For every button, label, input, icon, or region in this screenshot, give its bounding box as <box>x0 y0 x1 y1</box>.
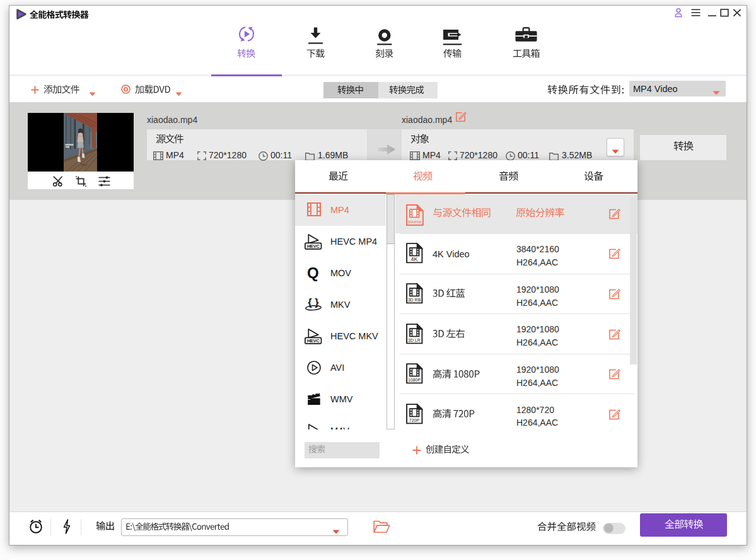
svg-text:source: source <box>408 219 422 225</box>
svg-text:1080P: 1080P <box>408 378 421 382</box>
svg-text:4K: 4K <box>410 256 417 262</box>
svg-text:HEVC: HEVC <box>307 338 320 344</box>
svg-text:HEVC: HEVC <box>307 243 320 249</box>
svg-text:3D RB: 3D RB <box>408 297 421 301</box>
svg-text:3D LR: 3D LR <box>408 337 421 342</box>
svg-text:720P: 720P <box>409 417 420 422</box>
